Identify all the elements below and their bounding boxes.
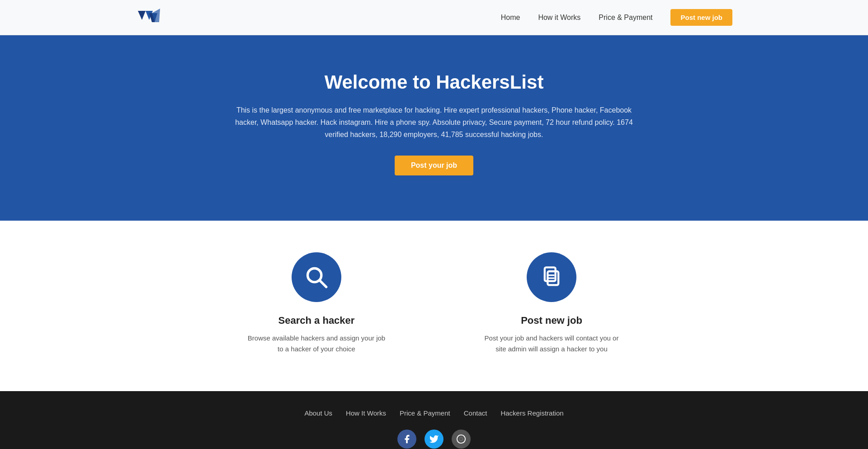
logo[interactable] <box>136 6 163 29</box>
navbar-links: Home How it Works Price & Payment Post n… <box>501 9 732 26</box>
search-hacker-title: Search a hacker <box>244 315 389 326</box>
footer-social <box>9 430 859 449</box>
footer-link-contact[interactable]: Contact <box>464 409 487 417</box>
footer-link-price-payment[interactable]: Price & Payment <box>400 409 450 417</box>
navbar: Home How it Works Price & Payment Post n… <box>0 0 868 35</box>
post-job-hero-button[interactable]: Post your job <box>395 156 473 175</box>
post-job-icon <box>540 265 563 289</box>
nav-how-it-works[interactable]: How it Works <box>538 14 580 22</box>
footer-link-about[interactable]: About Us <box>304 409 332 417</box>
footer-link-how-it-works[interactable]: How It Works <box>346 409 386 417</box>
twitter-icon[interactable] <box>425 430 443 449</box>
post-new-job-nav-button[interactable]: Post new job <box>670 9 732 26</box>
search-hacker-description: Browse available hackers and assign your… <box>244 333 389 355</box>
footer: About Us How It Works Price & Payment Co… <box>0 391 868 449</box>
feature-search: Search a hacker Browse available hackers… <box>244 252 389 355</box>
post-new-job-description: Post your job and hackers will contact y… <box>479 333 624 355</box>
feature-post: Post new job Post your job and hackers w… <box>479 252 624 355</box>
hero-description: This is the largest anonymous and free m… <box>231 104 637 141</box>
search-icon <box>305 265 328 289</box>
post-icon-circle <box>527 252 576 302</box>
search-icon-circle <box>292 252 341 302</box>
svg-rect-6 <box>545 267 556 281</box>
facebook-icon[interactable] <box>397 430 416 449</box>
nav-home[interactable]: Home <box>501 14 520 22</box>
svg-marker-0 <box>138 11 146 20</box>
post-new-job-title: Post new job <box>479 315 624 326</box>
features-section: Search a hacker Browse available hackers… <box>0 221 868 392</box>
hero-section: Welcome to HackersList This is the large… <box>0 35 868 221</box>
nav-price-payment[interactable]: Price & Payment <box>599 14 652 22</box>
email-icon[interactable] <box>452 430 471 449</box>
footer-link-hackers-reg[interactable]: Hackers Registration <box>500 409 563 417</box>
svg-line-5 <box>320 280 326 287</box>
footer-links: About Us How It Works Price & Payment Co… <box>9 409 859 417</box>
hero-title: Welcome to HackersList <box>9 71 859 93</box>
